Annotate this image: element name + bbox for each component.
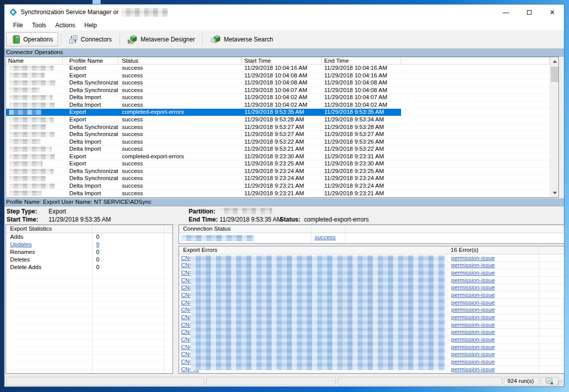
permission-issue-link[interactable]: permission-issue xyxy=(451,262,495,269)
operation-start-time: 11/29/2018 9:23:30 AM xyxy=(242,153,322,160)
status-value: completed-export-errors xyxy=(304,216,369,223)
connection-success-link[interactable]: success xyxy=(315,234,336,240)
scrollbar-up-arrow-icon[interactable] xyxy=(550,57,559,66)
operation-row[interactable]: Delta Importsuccess11/29/2018 9:23:21 AM… xyxy=(6,190,550,198)
toolbar-operations-button[interactable]: Operations xyxy=(6,32,58,47)
permission-issue-link[interactable]: permission-issue xyxy=(451,359,495,366)
export-statistics-title: Export Statistics xyxy=(6,226,52,232)
toolbar-separator xyxy=(119,33,120,46)
permission-issue-link[interactable]: permission-issue xyxy=(451,322,495,329)
column-header-profile-name[interactable]: Profile Name xyxy=(63,57,118,64)
permission-issue-link[interactable]: permission-issue xyxy=(451,366,495,373)
operation-profile-name: Delta Synchronization xyxy=(63,131,118,138)
maximize-icon xyxy=(527,10,532,15)
column-header-status[interactable]: Status xyxy=(118,57,242,64)
status-icon-panel[interactable] xyxy=(541,377,559,385)
permission-issue-link[interactable]: permission-issue xyxy=(451,314,495,321)
statistics-row: Renames0 xyxy=(6,248,172,256)
app-diamond-icon xyxy=(9,8,17,16)
redacted-connector-name xyxy=(9,132,55,137)
menu-tools[interactable]: Tools xyxy=(27,21,51,30)
operation-profile-name: Delta Import xyxy=(63,190,118,197)
operations-list-body: Exportsuccess11/29/2018 10:04:16 AM11/29… xyxy=(6,65,550,197)
step-type-label: Step Type: xyxy=(7,208,37,215)
permission-issue-link[interactable]: permission-issue xyxy=(451,344,495,351)
toolbar-connectors-button[interactable]: Connectors xyxy=(64,32,117,47)
operation-row[interactable]: Delta Importsuccess11/29/2018 9:53:21 AM… xyxy=(6,146,550,153)
operation-row-filler xyxy=(401,87,550,94)
toolbar-connectors-label: Connectors xyxy=(81,36,112,43)
column-header-start-time[interactable]: Start Time xyxy=(242,57,322,64)
operation-end-time: 11/29/2018 9:23:30 AM xyxy=(322,160,401,167)
permission-issue-link[interactable]: permission-issue xyxy=(451,270,495,277)
toolbar-metaverse-search-button[interactable]: Metaverse Search xyxy=(205,32,278,47)
operation-end-time: 11/29/2018 9:53:22 AM xyxy=(322,146,401,153)
operation-row[interactable]: Exportsuccess11/29/2018 9:53:28 AM11/29/… xyxy=(6,116,550,124)
scrollbar-thumb[interactable] xyxy=(551,67,558,82)
operation-status: success xyxy=(118,160,242,167)
statistic-value[interactable]: 9 xyxy=(96,241,99,248)
redacted-partition-value xyxy=(220,208,272,214)
operation-status: completed-export-errors xyxy=(118,153,242,160)
operation-status: success xyxy=(118,116,242,123)
operation-start-time: 11/29/2018 9:53:28 AM xyxy=(242,116,322,123)
menu-help[interactable]: Help xyxy=(80,21,102,30)
operation-end-time: 11/29/2018 9:53:35 AM xyxy=(322,109,401,116)
scrollbar-down-arrow-icon[interactable] xyxy=(550,189,559,197)
permission-issue-link[interactable]: permission-issue xyxy=(451,292,495,299)
start-time-value: 11/29/2018 9:53:35 AM xyxy=(49,216,111,223)
operation-end-time: 11/29/2018 9:23:25 AM xyxy=(322,168,401,175)
permission-issue-link[interactable]: permission-issue xyxy=(451,284,495,291)
permission-issue-link[interactable]: permission-issue xyxy=(451,329,495,336)
operation-row[interactable]: Exportsuccess11/29/2018 10:04:16 AM11/29… xyxy=(6,65,550,72)
operation-row[interactable]: Delta Synchronizationsuccess11/29/2018 1… xyxy=(6,87,550,95)
operation-row[interactable]: Exportsuccess11/29/2018 10:04:08 AM11/29… xyxy=(6,72,550,80)
resize-grip[interactable] xyxy=(557,379,563,386)
redacted-connector-name xyxy=(9,176,46,181)
stats-column-separator xyxy=(164,225,164,373)
connection-status-pane: Connection Status success xyxy=(179,225,564,244)
permission-issue-link[interactable]: permission-issue xyxy=(451,336,495,343)
operation-start-time: 11/29/2018 9:23:24 AM xyxy=(242,168,322,175)
connection-column-separator xyxy=(311,225,312,243)
operation-row[interactable]: Delta Synchronizationsuccess11/29/2018 9… xyxy=(6,175,550,183)
operation-row-filler xyxy=(401,124,550,131)
operation-row[interactable]: Exportcompleted-export-errors11/29/2018 … xyxy=(6,109,550,116)
statistic-value: 0 xyxy=(96,248,99,256)
operation-status: success xyxy=(118,72,242,79)
operation-start-time: 11/29/2018 9:53:22 AM xyxy=(242,139,322,146)
operation-row[interactable]: Delta Importsuccess11/29/2018 10:04:02 A… xyxy=(6,94,550,102)
operation-row[interactable]: Exportcompleted-export-errors11/29/2018 … xyxy=(6,153,550,161)
column-header-end-time[interactable]: End Time xyxy=(322,57,401,64)
permission-issue-link[interactable]: permission-issue xyxy=(451,255,495,262)
metaverse-designer-icon xyxy=(127,35,138,44)
operation-profile-name: Export xyxy=(63,65,118,72)
menu-actions[interactable]: Actions xyxy=(51,21,79,30)
permission-issue-link[interactable]: permission-issue xyxy=(451,307,495,314)
close-button[interactable]: ✕ xyxy=(541,5,564,20)
permission-issue-link[interactable]: permission-issue xyxy=(451,277,495,284)
operations-scrollbar[interactable] xyxy=(550,57,558,197)
column-header-name[interactable]: Name xyxy=(6,57,63,64)
stats-column-separator xyxy=(92,225,93,373)
operation-profile-name: Delta Synchronization xyxy=(63,168,118,175)
redacted-connector-name xyxy=(9,103,55,108)
toolbar-metaverse-designer-button[interactable]: Metaverse Designer xyxy=(122,32,200,47)
redacted-connector-name xyxy=(9,80,56,85)
operation-row[interactable]: Delta Synchronizationsuccess11/29/2018 9… xyxy=(6,131,550,139)
operation-row[interactable]: Delta Synchronizationsuccess11/29/2018 9… xyxy=(6,124,550,132)
operation-row[interactable]: Delta Importsuccess11/29/2018 9:53:22 AM… xyxy=(6,139,550,146)
maximize-button[interactable] xyxy=(517,5,541,20)
connection-status-title: Connection Status xyxy=(179,226,231,232)
minimize-button[interactable]: — xyxy=(494,5,517,20)
operation-row[interactable]: Delta Importsuccess11/29/2018 10:04:02 A… xyxy=(6,102,550,109)
statistic-label[interactable]: Updates xyxy=(10,241,32,248)
operation-row[interactable]: Exportsuccess11/29/2018 9:23:25 AM11/29/… xyxy=(6,160,550,168)
operation-row[interactable]: Delta Importsuccess11/29/2018 9:23:21 AM… xyxy=(6,183,550,190)
operation-end-time: 11/29/2018 9:53:34 AM xyxy=(322,116,401,123)
permission-issue-link[interactable]: permission-issue xyxy=(451,351,495,358)
operation-row[interactable]: Delta Synchronizationsuccess11/29/2018 9… xyxy=(6,168,550,176)
permission-issue-link[interactable]: permission-issue xyxy=(451,299,495,307)
operation-row[interactable]: Delta Synchronizationsuccess11/29/2018 1… xyxy=(6,79,550,87)
menu-file[interactable]: File xyxy=(9,21,27,30)
